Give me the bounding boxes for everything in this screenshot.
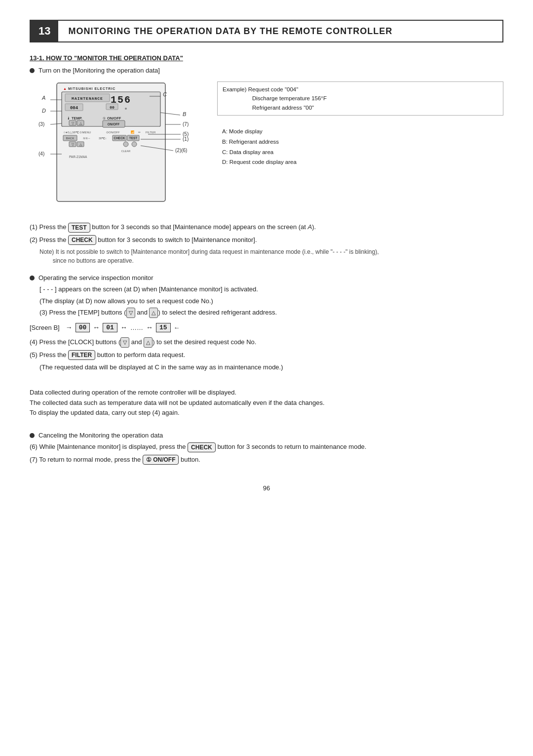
- seq-back-arrow: ←: [174, 324, 180, 331]
- seq-arrow-1: ↔: [93, 323, 100, 331]
- section-title: 13-1. HOW TO "MONITOR THE OPERATION DATA…: [30, 54, 503, 62]
- svg-text:MITSUBISHI ELECTRIC: MITSUBISHI ELECTRIC: [68, 87, 115, 90]
- svg-text:MAINTENANCE: MAINTENANCE: [72, 96, 103, 101]
- step4-line: (4) Press the [CLOCK] buttons (▽ and △) …: [30, 337, 503, 348]
- svg-text:CLEAR: CLEAR: [121, 150, 130, 153]
- svg-text:🌡: 🌡: [67, 116, 71, 120]
- temp-up-arrow: △: [149, 308, 158, 318]
- svg-text:(3): (3): [38, 121, 44, 127]
- example-line2: Discharge temperature 156°F: [223, 95, 327, 101]
- label-D: D: Request code display area: [222, 157, 503, 167]
- step2-note: Note) It is not possible to switch to [M…: [30, 247, 503, 265]
- chapter-title: MONITORING THE OPERATION DATA BY THE REM…: [58, 21, 402, 41]
- svg-text:(2)(6): (2)(6): [175, 148, 187, 153]
- svg-text:38℃↕: 38℃↕: [99, 137, 107, 140]
- intro-bullet-text: Turn on the [Monitoring the operation da…: [38, 67, 160, 74]
- svg-text:⊙ON/OFF: ⊙ON/OFF: [106, 131, 120, 134]
- step6-line: (6) While [Maintenance monitor] is displ…: [30, 442, 503, 452]
- svg-text:☆♦⊙△38℃ ⊙MENU: ☆♦⊙△38℃ ⊙MENU: [63, 131, 91, 134]
- svg-text:ON/OFF: ON/OFF: [107, 116, 121, 120]
- example-box: Example) Request code "004" Discharge te…: [217, 81, 503, 116]
- svg-point-39: [123, 142, 128, 147]
- bullet-dot: [30, 68, 35, 73]
- remote-container: ▲ MITSUBISHI ELECTRIC MAINTENANCE 156 00…: [30, 79, 217, 217]
- svg-text:▲: ▲: [63, 87, 67, 90]
- sub-step-3: (3) Press the [TEMP] buttons (▽ and △) t…: [39, 308, 503, 318]
- data-note-2: The collected data such as temperature d…: [30, 398, 503, 408]
- svg-text:📶: 📶: [131, 130, 135, 134]
- svg-text:✏: ✏: [138, 131, 141, 134]
- svg-text:FILTER: FILTER: [146, 131, 156, 134]
- screen-label: [Screen B]: [30, 324, 60, 331]
- data-note-1: Data collected during operation of the r…: [30, 388, 503, 398]
- check-button-step2: CHECK: [68, 235, 96, 245]
- svg-text:①: ①: [103, 117, 106, 120]
- svg-text:(1): (1): [183, 136, 189, 142]
- example-line1: Example) Request code "004": [223, 86, 298, 92]
- chapter-number: 13: [31, 21, 58, 41]
- svg-text:D: D: [42, 108, 46, 114]
- test-button: TEST: [68, 223, 90, 233]
- temp-down-arrow: ▽: [126, 308, 135, 318]
- annotation-panel: Example) Request code "004" Discharge te…: [217, 79, 503, 217]
- data-note-3: To display the updated data, carry out s…: [30, 408, 503, 418]
- seq-dots: ……: [130, 324, 143, 331]
- clock-down-arrow: ▽: [120, 337, 129, 348]
- svg-text:B: B: [183, 111, 186, 117]
- seq-00: 00: [76, 323, 90, 332]
- step5-line: (5) Press the FILTER button to perform d…: [30, 350, 503, 360]
- step1-line: (1) Press the TEST button for 3 seconds …: [30, 222, 503, 233]
- intro-bullet-item: Turn on the [Monitoring the operation da…: [30, 67, 503, 74]
- bullet-dot-2: [30, 276, 35, 280]
- sub-step-1: [ - - - ] appears on the screen (at D) w…: [39, 284, 503, 294]
- remote-diagram-svg: ▲ MITSUBISHI ELECTRIC MAINTENANCE 156 00…: [30, 79, 197, 212]
- svg-text:ON/OFF: ON/OFF: [108, 122, 120, 126]
- chapter-header: 13 MONITORING THE OPERATION DATA BY THE …: [30, 20, 503, 42]
- svg-text:TEST: TEST: [129, 136, 138, 140]
- svg-text:BACK: BACK: [66, 137, 74, 140]
- clock-up-arrow: △: [144, 337, 152, 348]
- bullet-dot-3: [30, 433, 35, 438]
- seq-arrow-3: ↔: [146, 323, 153, 331]
- sub-step-2: (The display (at D) now allows you to se…: [39, 296, 503, 306]
- svg-text:(4): (4): [38, 151, 44, 157]
- seq-01: 01: [103, 323, 117, 332]
- svg-text:CHECK: CHECK: [114, 136, 125, 140]
- onoff-button-step7: ① ON/OFF: [143, 455, 179, 465]
- label-C: C: Data display area: [222, 147, 503, 158]
- svg-text:PAR-21MAA: PAR-21MAA: [69, 155, 87, 159]
- seq-arrow-2: ↔: [120, 323, 127, 331]
- seq-15: 15: [156, 323, 171, 332]
- example-line3: Refrigerant address "00": [223, 105, 314, 111]
- svg-text:A: A: [41, 95, 45, 101]
- svg-point-40: [132, 142, 137, 147]
- canceling-bullet-text: Canceling the Monitoring the operation d…: [38, 432, 163, 439]
- svg-point-11: [125, 108, 127, 110]
- label-B: B: Refrigerant address: [222, 137, 503, 147]
- screen-sequence: [Screen B] → 00 ↔ 01 ↔ …… ↔ 15 ←: [30, 323, 503, 332]
- check-button-step6: CHECK: [188, 442, 216, 452]
- step7-line: (7) To return to normal mode, press the …: [30, 455, 503, 465]
- page-number: 96: [30, 484, 503, 492]
- seq-arrow-right: →: [66, 323, 73, 331]
- svg-text:00: 00: [110, 105, 114, 110]
- operating-bullet-text: Operating the service inspection monitor: [38, 274, 153, 281]
- svg-text:004: 004: [70, 106, 78, 111]
- label-A: A: Mode display: [222, 126, 503, 137]
- svg-text:≋≋↔: ≋≋↔: [83, 137, 91, 140]
- svg-text:C: C: [163, 91, 167, 97]
- svg-text:(7): (7): [183, 121, 189, 127]
- side-labels: A: Mode display B: Refrigerant address C…: [217, 121, 503, 167]
- steps-section: (1) Press the TEST button for 3 seconds …: [30, 222, 503, 465]
- data-notes: Data collected during operation of the r…: [30, 388, 503, 418]
- canceling-bullet: Canceling the Monitoring the operation d…: [30, 432, 503, 439]
- diagram-section: ▲ MITSUBISHI ELECTRIC MAINTENANCE 156 00…: [30, 79, 503, 217]
- step2-line: (2) Press the CHECK button for 3 seconds…: [30, 235, 503, 245]
- operating-bullet: Operating the service inspection monitor: [30, 274, 503, 281]
- filter-button: FILTER: [68, 350, 95, 360]
- svg-text:TEMP.: TEMP.: [72, 116, 82, 120]
- step5-note: (The requested data will be displayed at…: [39, 362, 503, 372]
